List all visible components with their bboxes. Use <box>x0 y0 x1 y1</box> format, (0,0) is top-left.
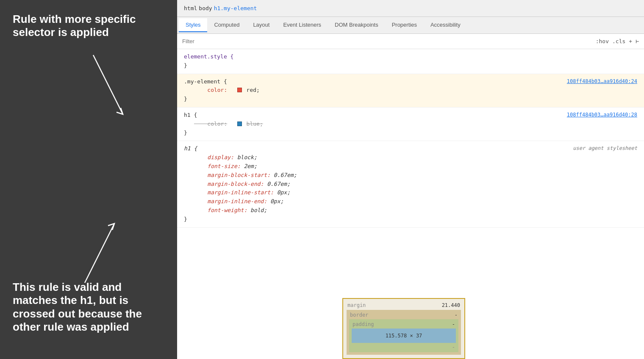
content-size: 115.578 × 37 <box>386 333 422 339</box>
margin-value: 21.440 <box>442 302 460 308</box>
ua-mbs-prop: margin-block-start: 0.67em; <box>184 171 637 180</box>
breadcrumb: html body h1.my-element <box>177 0 644 17</box>
breadcrumb-html[interactable]: html <box>184 5 197 11</box>
svg-line-0 <box>93 55 123 114</box>
ua-mbs-name: margin-block-start: <box>194 172 270 178</box>
border-value: - <box>455 312 458 318</box>
ua-display-val: block; <box>237 154 257 160</box>
padding-value: - <box>452 321 455 327</box>
filter-actions: :hov .cls + ⊢ <box>596 38 639 44</box>
annotation-top-text: Rule with more specific selector is appl… <box>13 13 165 39</box>
content-area: 115.578 × 37 <box>352 329 456 343</box>
arrow-down-icon <box>85 51 136 119</box>
border-area: border - padding - 115.578 × 37 - <box>347 310 461 355</box>
h1-selector: h1 { <box>184 111 197 120</box>
ua-fw-val: bold; <box>250 207 267 213</box>
cls-button[interactable]: .cls <box>612 38 625 44</box>
breadcrumb-body[interactable]: body <box>199 5 212 11</box>
filter-input[interactable] <box>182 38 596 44</box>
tab-layout[interactable]: Layout <box>246 18 276 32</box>
rule-h1-ua-header: h1 { user agent stylesheet <box>184 144 637 153</box>
hov-button[interactable]: :hov <box>596 38 609 44</box>
ua-fontsize-val: 2em; <box>244 163 257 169</box>
color-swatch-blue[interactable] <box>237 122 242 126</box>
padding-dash-right: - <box>351 344 457 351</box>
rule-element-style: element.style { } <box>177 49 644 74</box>
annotation-panel: Rule with more specific selector is appl… <box>0 0 177 359</box>
svg-line-1 <box>85 224 114 283</box>
h1-color-value: blue; <box>247 121 263 127</box>
h1-ua-source: user agent stylesheet <box>573 144 637 152</box>
margin-row: margin 21.440 <box>346 301 462 309</box>
element-style-selector: element.style { <box>184 53 233 60</box>
ua-mbs-val: 0.67em; <box>274 172 297 178</box>
filter-bar: :hov .cls + ⊢ <box>177 34 644 49</box>
tab-accessibility[interactable]: Accessibility <box>424 18 467 32</box>
tab-properties[interactable]: Properties <box>385 18 424 32</box>
box-model-widget: margin 21.440 border - padding - 115.578… <box>342 298 465 359</box>
ua-fontsize-prop: font-size: 2em; <box>184 162 637 171</box>
ua-mie-name: margin-inline-end: <box>194 198 267 204</box>
h1-color-prop: color: blue; <box>184 120 637 129</box>
color-swatch-red[interactable] <box>237 88 242 92</box>
tabs-bar: Styles Computed Layout Event Listeners D… <box>177 17 644 34</box>
padding-row: padding - <box>351 321 457 328</box>
tab-event-listeners[interactable]: Event Listeners <box>276 18 328 32</box>
tab-dom-breakpoints[interactable]: DOM Breakpoints <box>328 18 385 32</box>
padding-label: padding <box>353 321 374 327</box>
my-element-selector: .my-element { <box>184 77 227 86</box>
toggle-button[interactable]: ⊢ <box>636 38 639 44</box>
h1-source[interactable]: 108ff484b03…aa916d40:28 <box>567 111 637 119</box>
ua-mis-val: 0px; <box>277 189 290 196</box>
annotation-top: Rule with more specific selector is appl… <box>13 13 165 39</box>
ua-mbe-prop: margin-block-end: 0.67em; <box>184 180 637 189</box>
rule-close-brace: } <box>184 62 187 69</box>
ua-display-prop: display: block; <box>184 153 637 162</box>
annotation-bottom-text: This rule is valid and matches the h1, b… <box>13 281 165 334</box>
ua-fontsize-name: font-size: <box>194 163 241 169</box>
h1-close: } <box>184 129 637 138</box>
tab-computed[interactable]: Computed <box>207 18 246 32</box>
arrow-up-icon <box>76 219 127 287</box>
add-rule-button[interactable]: + <box>629 38 632 44</box>
ua-mis-prop: margin-inline-start: 0px; <box>184 188 637 197</box>
ua-close: } <box>184 215 637 224</box>
ua-mie-prop: margin-inline-end: 0px; <box>184 197 637 206</box>
ua-mbe-name: margin-block-end: <box>194 181 264 187</box>
color-prop-name: color: <box>194 87 227 93</box>
my-element-source[interactable]: 108ff484b03…aa916d40:24 <box>567 77 637 86</box>
rule-h1-useragent: h1 { user agent stylesheet display: bloc… <box>177 141 644 227</box>
annotation-bottom: This rule is valid and matches the h1, b… <box>13 281 165 334</box>
ua-fw-prop: font-weight: bold; <box>184 206 637 215</box>
border-row: border - <box>348 312 459 318</box>
tab-styles[interactable]: Styles <box>179 18 207 32</box>
rule-h1-strikethrough: h1 { 108ff484b03…aa916d40:28 color: blue… <box>177 108 644 141</box>
border-label: border <box>350 312 368 318</box>
rule-my-element-header: .my-element { 108ff484b03…aa916d40:24 <box>184 77 637 86</box>
breadcrumb-element[interactable]: h1.my-element <box>214 5 257 11</box>
margin-label: margin <box>347 302 366 308</box>
color-value-red: red; <box>247 87 260 93</box>
h1-color-prop-name: color: <box>194 121 227 127</box>
padding-area: padding - 115.578 × 37 - <box>349 319 458 352</box>
rule-h1-header: h1 { 108ff484b03…aa916d40:28 <box>184 111 637 120</box>
ua-display-name: display: <box>194 154 234 160</box>
rule-my-element: .my-element { 108ff484b03…aa916d40:24 co… <box>177 74 644 108</box>
ua-fw-name: font-weight: <box>194 207 247 213</box>
my-element-color-prop: color: red; <box>184 86 637 95</box>
my-element-close: } <box>184 95 637 104</box>
ua-mie-val: 0px; <box>270 198 283 204</box>
ua-mis-name: margin-inline-start: <box>194 189 274 196</box>
ua-mbe-val: 0.67em; <box>267 181 290 187</box>
h1-ua-selector: h1 { <box>184 144 197 153</box>
